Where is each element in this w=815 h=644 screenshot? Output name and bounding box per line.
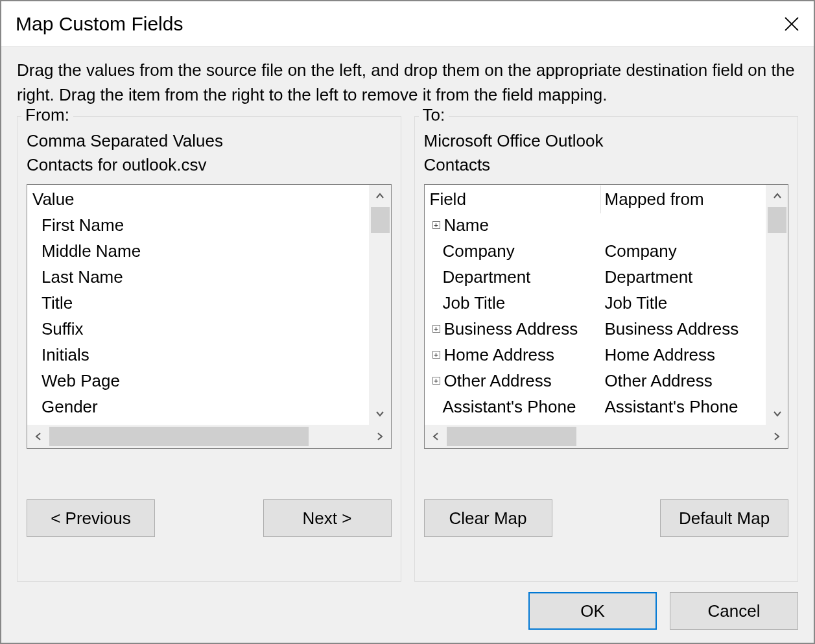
from-panel: From: Comma Separated Values Contacts fo… (17, 116, 401, 582)
scroll-right-icon[interactable] (369, 425, 391, 448)
from-legend: From: (21, 105, 73, 125)
dialog-body: Drag the values from the source file on … (1, 47, 814, 643)
list-item[interactable]: Suffix (27, 316, 369, 342)
plus-icon[interactable]: + (432, 377, 440, 385)
to-horizontal-scrollbar[interactable] (425, 425, 788, 448)
list-item[interactable]: Title (27, 290, 369, 316)
list-item[interactable]: Initials (27, 342, 369, 368)
to-legend: To: (419, 105, 449, 125)
plus-icon[interactable]: + (432, 325, 440, 333)
tree-item[interactable]: Job Title Job Title (425, 290, 766, 316)
field-label: Name (444, 215, 489, 235)
cancel-button[interactable]: Cancel (670, 592, 798, 630)
to-header-mapped[interactable]: Mapped from (601, 185, 766, 213)
from-buttons: < Previous Next > (27, 499, 392, 537)
from-source-type: Comma Separated Values (27, 131, 392, 151)
scroll-right-icon[interactable] (766, 425, 788, 448)
tree-item[interactable]: Department Department (425, 264, 766, 290)
field-label: Business Address (444, 319, 578, 339)
scroll-track[interactable] (766, 207, 788, 403)
plus-icon[interactable]: + (432, 351, 440, 359)
field-label: Job Title (443, 293, 506, 313)
scroll-left-icon[interactable] (425, 425, 447, 448)
mapped-label: Home Address (601, 345, 766, 365)
dialog-title: Map Custom Fields (16, 13, 779, 35)
tree-item[interactable]: +Name (425, 212, 766, 238)
default-map-button[interactable]: Default Map (660, 499, 788, 537)
previous-button[interactable]: < Previous (27, 499, 155, 537)
mapped-label: Assistant's Phone (601, 397, 766, 417)
mapped-label: Company (601, 241, 766, 261)
to-target-folder: Contacts (424, 155, 789, 175)
scroll-down-icon[interactable] (766, 403, 788, 425)
field-label: Other Address (444, 371, 552, 391)
dialog-map-custom-fields: Map Custom Fields Drag the values from t… (0, 0, 815, 644)
from-vertical-scrollbar[interactable] (369, 185, 391, 425)
from-list-body: Value First Name Middle Name Last Name T… (27, 185, 391, 425)
list-item[interactable]: First Name (27, 212, 369, 238)
close-button[interactable] (779, 11, 805, 37)
to-panel: To: Microsoft Office Outlook Contacts Fi… (414, 116, 799, 582)
from-list-items: Value First Name Middle Name Last Name T… (27, 185, 369, 425)
scroll-track[interactable] (370, 207, 391, 403)
title-bar: Map Custom Fields (1, 1, 814, 47)
scroll-thumb[interactable] (371, 207, 390, 233)
field-label: Home Address (444, 345, 555, 365)
to-list-items: Field Mapped from +Name Company Company (425, 185, 766, 425)
scroll-left-icon[interactable] (27, 425, 49, 448)
to-list-body: Field Mapped from +Name Company Company (425, 185, 788, 425)
to-listbox[interactable]: Field Mapped from +Name Company Company (424, 184, 789, 449)
to-column-headers[interactable]: Field Mapped from (425, 186, 766, 212)
close-icon (784, 16, 799, 32)
field-label: Company (443, 241, 515, 261)
tree-item[interactable]: +Other Address Other Address (425, 368, 766, 394)
field-label: Assistant's Phone (443, 397, 576, 417)
list-item[interactable]: Last Name (27, 264, 369, 290)
dialog-footer: OK Cancel (17, 592, 798, 630)
field-label: Department (443, 267, 531, 287)
to-target-app: Microsoft Office Outlook (424, 131, 789, 151)
tree-item[interactable]: Company Company (425, 238, 766, 264)
list-item[interactable]: Web Page (27, 368, 369, 394)
scroll-thumb[interactable] (768, 207, 786, 233)
instructions-text: Drag the values from the source file on … (17, 58, 798, 107)
from-listbox[interactable]: Value First Name Middle Name Last Name T… (27, 184, 392, 449)
scroll-up-icon[interactable] (370, 185, 391, 207)
mapped-label: Job Title (601, 293, 766, 313)
tree-item[interactable]: Assistant's Phone Assistant's Phone (425, 394, 766, 420)
clear-map-button[interactable]: Clear Map (424, 499, 552, 537)
tree-item[interactable]: +Business Address Business Address (425, 316, 766, 342)
scroll-track[interactable] (447, 425, 766, 448)
panels-row: From: Comma Separated Values Contacts fo… (17, 116, 798, 582)
to-buttons: Clear Map Default Map (424, 499, 789, 537)
plus-icon[interactable]: + (432, 221, 440, 229)
mapped-label: Department (601, 267, 766, 287)
to-vertical-scrollbar[interactable] (766, 185, 788, 425)
list-item[interactable]: Middle Name (27, 238, 369, 264)
scroll-thumb[interactable] (447, 427, 576, 446)
from-column-header[interactable]: Value (27, 186, 369, 212)
to-header-field[interactable]: Field (425, 185, 601, 213)
list-item[interactable]: Gender (27, 394, 369, 420)
scroll-down-icon[interactable] (370, 403, 391, 425)
ok-button[interactable]: OK (528, 592, 657, 630)
scroll-up-icon[interactable] (766, 185, 788, 207)
scroll-thumb[interactable] (49, 427, 309, 446)
tree-item[interactable]: +Home Address Home Address (425, 342, 766, 368)
mapped-label: Other Address (601, 371, 766, 391)
scroll-track[interactable] (49, 425, 369, 448)
from-source-file: Contacts for outlook.csv (27, 155, 392, 175)
next-button[interactable]: Next > (263, 499, 392, 537)
mapped-label: Business Address (601, 319, 766, 339)
from-horizontal-scrollbar[interactable] (27, 425, 391, 448)
